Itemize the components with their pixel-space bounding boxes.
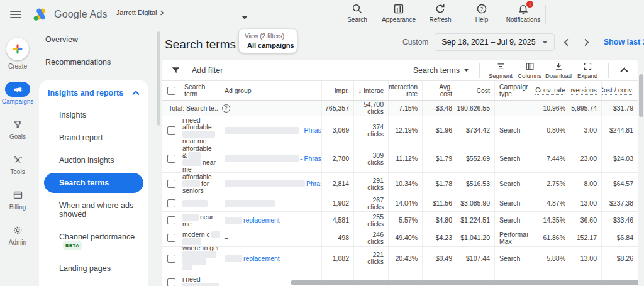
table-cell: $190,626.55: [457, 101, 495, 116]
search-term-cell: affordableforseniors: [180, 173, 220, 195]
table-cell: 13.00: [570, 247, 602, 270]
help-label: Help: [475, 16, 489, 23]
date-range-picker[interactable]: Sep 18, 2021 – Jul 9, 2025: [435, 33, 554, 51]
column-header-impr-[interactable]: Impr.: [322, 81, 354, 100]
notifications-button[interactable]: ! Notifications: [507, 3, 540, 23]
table-cell: 3,069: [322, 116, 354, 145]
row-checkbox[interactable]: [162, 247, 180, 270]
table-cell: 2.75%: [528, 173, 570, 195]
appearance-button[interactable]: Appearance: [382, 3, 415, 23]
column-header-avg-cost[interactable]: Avg. cost: [423, 81, 457, 100]
add-filter-button[interactable]: Add filter: [192, 66, 223, 75]
nav-item-channel-performance[interactable]: Channel performanceBETA: [39, 226, 148, 257]
previous-range-button[interactable]: [558, 34, 575, 50]
table-cell: 152.17: [570, 229, 602, 246]
help-button[interactable]: ? Help: [465, 3, 498, 23]
redacted-text: [225, 255, 242, 262]
google-ads-logo: [33, 8, 49, 21]
refresh-icon: [435, 3, 446, 14]
nav-item-auction-insights[interactable]: Auction insights: [39, 149, 148, 172]
expand-button[interactable]: Expand: [573, 62, 602, 79]
table-cell: 255 clicks: [354, 212, 389, 229]
ad-group-link[interactable]: replacement: [243, 255, 280, 262]
column-header-cost[interactable]: Cost: [457, 81, 495, 100]
column-header-interaction-rate[interactable]: Interaction rate: [389, 81, 423, 100]
refresh-button[interactable]: Refresh: [424, 3, 457, 23]
total-label: Total: Search te..?: [162, 101, 322, 116]
nav-item-search-terms[interactable]: Search terms: [44, 173, 143, 193]
table-cell: 765,357: [322, 101, 354, 116]
segment-icon: [496, 62, 506, 71]
nav-item-recommendations[interactable]: Recommendations: [35, 51, 161, 74]
ad-group-link[interactable]: Phrase: [306, 180, 322, 187]
next-range-button[interactable]: [579, 34, 595, 50]
column-header-interac[interactable]: ↓Interac: [354, 81, 389, 100]
beta-badge: BETA: [63, 241, 82, 250]
redacted-text: [182, 200, 208, 207]
table-cell: 1,902: [322, 195, 354, 211]
segment-button[interactable]: Segment: [486, 62, 515, 79]
column-header-conv-rate[interactable]: Conv. rate: [528, 81, 570, 100]
panel-collapse-caret-icon[interactable]: [242, 16, 248, 19]
select-all-checkbox[interactable]: [162, 81, 180, 100]
nav-item-stores[interactable]: Stores: [39, 280, 148, 286]
create-button[interactable]: Create: [0, 38, 35, 70]
column-header-campaign-type[interactable]: Campaign type: [495, 81, 528, 100]
report-scope-dropdown[interactable]: Search terms: [413, 66, 469, 75]
notification-badge: !: [526, 1, 533, 8]
expand-icon: [583, 62, 592, 71]
nav-item-insights[interactable]: Insights: [39, 104, 148, 126]
menu-icon[interactable]: [10, 11, 21, 18]
collapse-table-chevron-icon[interactable]: [615, 67, 633, 73]
row-checkbox[interactable]: [162, 145, 180, 172]
rail-item-admin[interactable]: Admin: [0, 223, 35, 246]
row-checkbox[interactable]: [162, 195, 180, 211]
table-cell: 4,581: [322, 212, 354, 229]
table-cell: 61.86%: [528, 229, 570, 246]
ad-group-link[interactable]: - Phrase: [300, 127, 322, 134]
column-header-cost-conv-[interactable]: Cost / conv.: [602, 81, 638, 100]
show-last-30-days-link[interactable]: Show last 30 days: [604, 38, 644, 47]
table-cell: $3.48: [423, 101, 457, 116]
vertical-scrollbar[interactable]: [639, 74, 643, 117]
table-cell: $1.78: [423, 173, 457, 195]
nav-section-insights-and-reports[interactable]: Insights and reports: [39, 80, 148, 104]
row-checkbox[interactable]: [162, 270, 180, 286]
search-button[interactable]: Search: [341, 3, 374, 23]
table-cell: 20.43%: [389, 247, 423, 270]
nav-item-landing-pages[interactable]: Landing pages: [39, 257, 148, 280]
row-checkbox[interactable]: [162, 173, 180, 195]
row-checkbox[interactable]: [162, 229, 180, 246]
help-icon[interactable]: ?: [222, 104, 230, 113]
rail-item-campaigns[interactable]: Campaigns: [0, 82, 35, 105]
column-header-ad-group[interactable]: Ad group: [220, 81, 322, 100]
search-term-cell: nearme: [180, 212, 220, 229]
table-row: nearme replacement 4,581255 clicks5.57%$…: [162, 212, 638, 229]
left-rail: Create Campaigns Goals Tools Billing Adm…: [0, 28, 35, 286]
row-checkbox[interactable]: [162, 116, 180, 145]
svg-text:?: ?: [480, 6, 484, 12]
search-label: Search: [347, 16, 367, 23]
rail-item-tools[interactable]: Tools: [0, 152, 35, 175]
ad-group-link[interactable]: - Phrase: [300, 155, 322, 162]
download-button[interactable]: Download: [544, 62, 573, 79]
ad-group-cell: - Phrase: [220, 145, 322, 172]
account-selector[interactable]: Jarrett Digital: [116, 9, 164, 16]
table-cell: 374 clicks: [354, 116, 389, 145]
horizontal-scrollbar[interactable]: [291, 280, 640, 285]
columns-button[interactable]: Columns: [515, 62, 544, 79]
nav-scrollbar[interactable]: [157, 31, 160, 126]
nav-item-brand-report[interactable]: Brand report: [39, 126, 148, 149]
table-cell: $64.57: [602, 173, 638, 195]
view-filter-chip[interactable]: View (2 filters) All campaigns: [239, 29, 297, 53]
rail-item-goals[interactable]: Goals: [0, 117, 35, 140]
column-header-conversions[interactable]: Conversions: [570, 81, 602, 100]
filter-icon[interactable]: [171, 65, 180, 75]
ad-group-link[interactable]: replacement: [243, 217, 280, 224]
nav-item-when-and-where-ads-showed[interactable]: When and where ads showed: [39, 194, 148, 226]
view-filter-value: All campaigns: [247, 41, 294, 49]
rail-item-billing[interactable]: Billing: [0, 187, 35, 211]
row-checkbox[interactable]: [162, 212, 180, 229]
nav-item-overview[interactable]: Overview: [35, 28, 161, 51]
column-header-search-term[interactable]: Search term: [180, 81, 220, 100]
